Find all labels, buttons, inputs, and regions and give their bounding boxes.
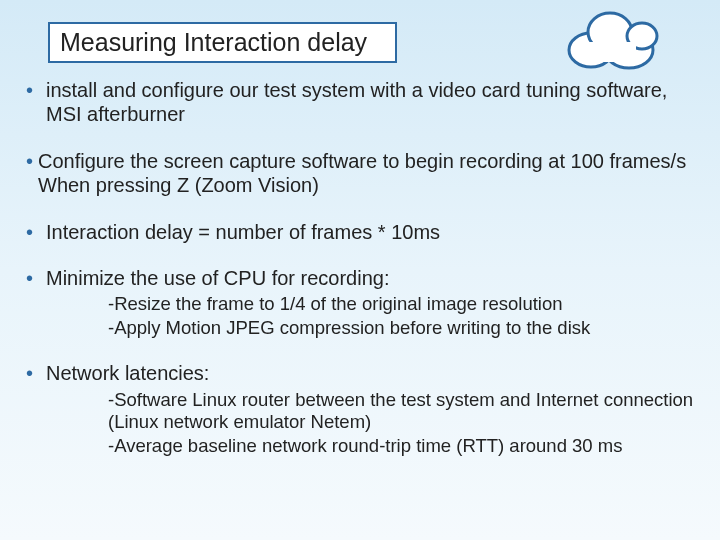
bullet-text: Interaction delay = number of frames * 1… <box>46 221 440 243</box>
bullet-text: Minimize the use of CPU for recording: <box>46 267 389 289</box>
sub-list: -Resize the frame to 1/4 of the original… <box>108 293 700 339</box>
sub-item: -Software Linux router between the test … <box>108 389 700 434</box>
sub-item: -Average baseline network round-trip tim… <box>108 435 700 458</box>
list-item: install and configure our test system wi… <box>20 78 700 127</box>
bullet-text: install and configure our test system wi… <box>46 79 667 125</box>
bullet-text: Network latencies: <box>46 362 209 384</box>
bullet-list: install and configure our test system wi… <box>20 78 700 458</box>
list-item: Configure the screen capture software to… <box>20 149 700 198</box>
list-item: Network latencies: -Software Linux route… <box>20 361 700 457</box>
slide-title-box: Measuring Interaction delay <box>48 22 397 63</box>
sub-list: -Software Linux router between the test … <box>108 389 700 458</box>
svg-rect-4 <box>586 42 636 62</box>
sub-item: -Resize the frame to 1/4 of the original… <box>108 293 700 316</box>
cloud-icon <box>556 2 666 81</box>
list-item: Interaction delay = number of frames * 1… <box>20 220 700 244</box>
slide-title: Measuring Interaction delay <box>60 28 367 56</box>
slide-content: install and configure our test system wi… <box>20 78 700 480</box>
bullet-text: Configure the screen capture software to… <box>38 150 686 196</box>
sub-item: -Apply Motion JPEG compression before wr… <box>108 317 700 340</box>
list-item: Minimize the use of CPU for recording: -… <box>20 266 700 340</box>
